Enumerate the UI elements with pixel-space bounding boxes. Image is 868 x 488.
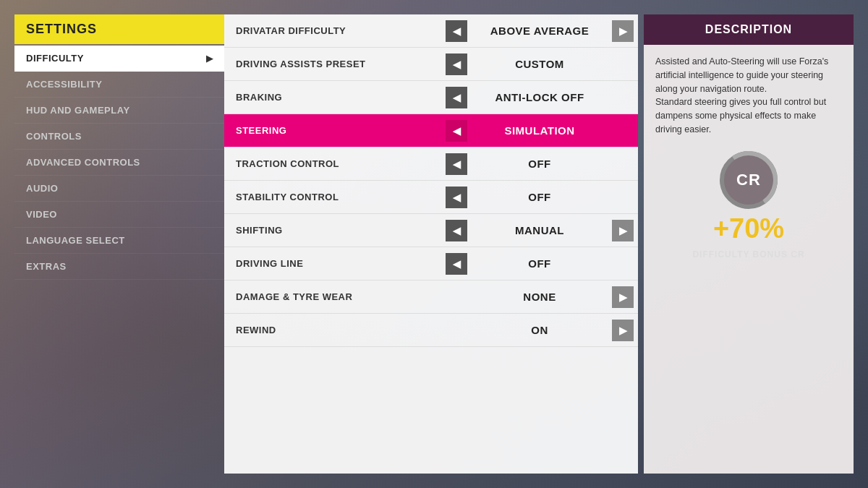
setting-row-stability: STABILITY CONTROL◀OFF (224, 181, 638, 214)
setting-controls-braking: ◀ANTI-LOCK OFF (441, 87, 638, 108)
sidebar-item-accessibility[interactable]: ACCESSIBILITY (14, 72, 224, 98)
description-header: DESCRIPTION (644, 14, 854, 45)
left-arrow-driving-line[interactable]: ◀ (446, 253, 467, 275)
main-content: DRIVATAR DIFFICULTY◀ABOVE AVERAGE▶DRIVIN… (224, 14, 638, 474)
left-arrow-traction[interactable]: ◀ (446, 153, 467, 175)
setting-value-damage: NONE (475, 291, 605, 303)
right-arrow-damage[interactable]: ▶ (612, 286, 634, 308)
sidebar: SETTINGS DIFFICULTY▶ACCESSIBILITYHUD AND… (14, 14, 224, 474)
cr-circle: CR (720, 151, 778, 209)
settings-title: SETTINGS (14, 14, 224, 44)
sidebar-item-label: HUD AND GAMEPLAY (26, 105, 130, 116)
setting-row-braking: BRAKING◀ANTI-LOCK OFF (224, 81, 638, 114)
setting-row-traction: TRACTION CONTROL◀OFF (224, 147, 638, 181)
sidebar-item-hud[interactable]: HUD AND GAMEPLAY (14, 98, 224, 124)
setting-row-drivatar: DRIVATAR DIFFICULTY◀ABOVE AVERAGE▶ (224, 14, 638, 48)
setting-name-stability: STABILITY CONTROL (224, 192, 441, 202)
right-arrow-rewind[interactable]: ▶ (612, 320, 634, 341)
setting-controls-damage: NONE▶ (441, 286, 638, 308)
description-text: Assisted and Auto-Steering will use Forz… (655, 55, 842, 137)
setting-value-stability: OFF (475, 191, 605, 203)
sidebar-item-extras[interactable]: EXTRAS (14, 254, 224, 280)
setting-controls-rewind: ON▶ (441, 320, 638, 341)
setting-value-driving-line: OFF (475, 257, 605, 270)
left-arrow-steering[interactable]: ◀ (446, 120, 467, 142)
setting-value-assists-preset: CUSTOM (475, 58, 605, 70)
setting-controls-stability: ◀OFF (441, 187, 638, 208)
setting-name-drivatar: DRIVATAR DIFFICULTY (224, 25, 441, 36)
left-arrow-stability[interactable]: ◀ (446, 187, 467, 208)
left-arrow-drivatar[interactable]: ◀ (446, 20, 467, 42)
setting-row-damage: DAMAGE & TYRE WEARNONE▶ (224, 281, 638, 314)
cr-label: CR (736, 168, 761, 192)
description-body: Assisted and Auto-Steering will use Forz… (644, 45, 854, 474)
sidebar-item-video[interactable]: VIDEO (14, 202, 224, 228)
setting-value-rewind: ON (475, 324, 605, 336)
setting-controls-drivatar: ◀ABOVE AVERAGE▶ (441, 20, 638, 42)
setting-controls-steering: ◀SIMULATION (441, 120, 638, 142)
sidebar-item-label: ADVANCED CONTROLS (26, 157, 140, 168)
sidebar-item-controls[interactable]: CONTROLS (14, 124, 224, 150)
sidebar-item-audio[interactable]: AUDIO (14, 176, 224, 202)
sidebar-item-advanced-controls[interactable]: ADVANCED CONTROLS (14, 150, 224, 176)
sidebar-item-label: EXTRAS (26, 261, 67, 272)
sidebar-item-language[interactable]: LANGUAGE SELECT (14, 228, 224, 254)
left-arrow-shifting[interactable]: ◀ (446, 220, 467, 241)
sidebar-item-label: CONTROLS (26, 131, 82, 142)
setting-value-drivatar: ABOVE AVERAGE (475, 25, 605, 37)
settings-table: DRIVATAR DIFFICULTY◀ABOVE AVERAGE▶DRIVIN… (224, 14, 638, 474)
setting-name-braking: BRAKING (224, 92, 441, 103)
setting-row-steering: STEERING◀SIMULATION (224, 114, 638, 147)
setting-name-rewind: REWIND (224, 325, 441, 335)
sidebar-nav: DIFFICULTY▶ACCESSIBILITYHUD AND GAMEPLAY… (14, 46, 224, 280)
setting-name-traction: TRACTION CONTROL (224, 158, 441, 169)
bonus-percent: +70% (713, 215, 784, 242)
chevron-right-icon: ▶ (206, 53, 213, 64)
setting-controls-shifting: ◀MANUAL▶ (441, 220, 638, 241)
right-arrow-drivatar[interactable]: ▶ (612, 20, 634, 42)
setting-row-driving-line: DRIVING LINE◀OFF (224, 247, 638, 281)
setting-controls-assists-preset: ◀CUSTOM (441, 53, 638, 75)
left-arrow-assists-preset[interactable]: ◀ (446, 53, 467, 75)
left-arrow-braking[interactable]: ◀ (446, 87, 467, 108)
sidebar-item-label: VIDEO (26, 209, 57, 220)
right-panel: DESCRIPTION Assisted and Auto-Steering w… (644, 14, 854, 474)
sidebar-item-difficulty[interactable]: DIFFICULTY▶ (14, 46, 224, 72)
setting-controls-driving-line: ◀OFF (441, 253, 638, 275)
setting-value-shifting: MANUAL (475, 224, 605, 236)
setting-row-rewind: REWINDON▶ (224, 314, 638, 347)
setting-controls-traction: ◀OFF (441, 153, 638, 175)
setting-value-traction: OFF (475, 158, 605, 170)
setting-row-shifting: SHIFTING◀MANUAL▶ (224, 214, 638, 247)
sidebar-item-label: DIFFICULTY (26, 53, 84, 64)
sidebar-item-label: ACCESSIBILITY (26, 79, 102, 90)
sidebar-item-label: LANGUAGE SELECT (26, 235, 125, 246)
setting-name-assists-preset: DRIVING ASSISTS PRESET (224, 59, 441, 69)
setting-value-steering: SIMULATION (475, 124, 605, 137)
setting-name-damage: DAMAGE & TYRE WEAR (224, 291, 441, 302)
right-arrow-shifting[interactable]: ▶ (612, 220, 634, 241)
setting-name-shifting: SHIFTING (224, 225, 441, 236)
cr-section: CR +70% DIFFICULTY BONUS CR (655, 137, 842, 268)
sidebar-item-label: AUDIO (26, 183, 58, 194)
setting-name-steering: STEERING (224, 125, 441, 136)
bonus-label: DIFFICULTY BONUS CR (692, 248, 804, 261)
setting-row-assists-preset: DRIVING ASSISTS PRESET◀CUSTOM (224, 48, 638, 81)
settings-rows: DRIVATAR DIFFICULTY◀ABOVE AVERAGE▶DRIVIN… (224, 14, 638, 347)
setting-name-driving-line: DRIVING LINE (224, 258, 441, 269)
setting-value-braking: ANTI-LOCK OFF (475, 91, 605, 103)
